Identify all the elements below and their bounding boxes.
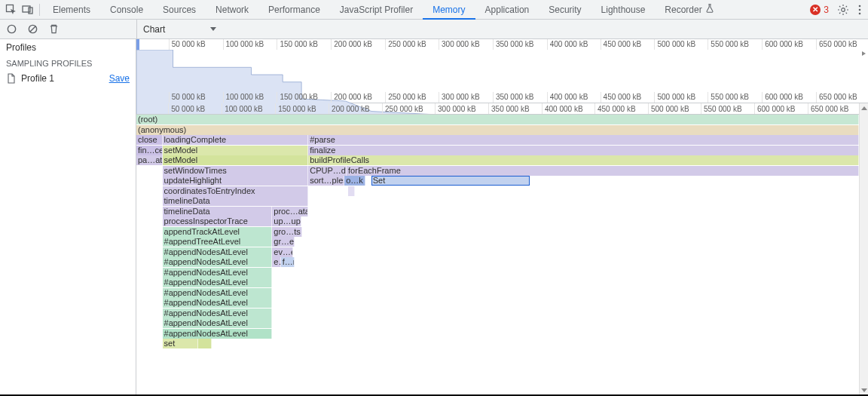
- flame-node[interactable]: f…r: [281, 257, 295, 267]
- tab-performance[interactable]: Performance: [258, 0, 330, 20]
- flame-node[interactable]: timelineData: [163, 196, 309, 206]
- flame-node[interactable]: pa…at: [136, 155, 163, 165]
- flame-node[interactable]: #appendNodesAtLevel: [163, 257, 273, 267]
- ruler-tick: 550 000 kB: [701, 103, 742, 114]
- flame-node[interactable]: #appendNodesAtLevel: [163, 278, 273, 287]
- ruler-tick: 200 000 kB: [331, 92, 372, 103]
- flame-node[interactable]: loadingComplete: [163, 135, 309, 145]
- flame-node[interactable]: sort…ples: [308, 176, 344, 186]
- ruler-tick: 50 000 kB: [169, 39, 206, 50]
- flame-row: set: [136, 339, 859, 348]
- flame-row: pa…atsetModelbuildProfileCalls: [136, 155, 859, 165]
- flame-node[interactable]: gr…ew: [272, 237, 295, 247]
- flame-node[interactable]: #appendNodesAtLevel: [163, 247, 273, 257]
- clear-icon[interactable]: [26, 23, 39, 36]
- flame-node[interactable]: o…k: [344, 176, 365, 186]
- flame-node[interactable]: setModel: [163, 146, 309, 155]
- flame-node[interactable]: close: [136, 135, 163, 145]
- flame-row: #appendNodesAtLevel: [136, 268, 859, 278]
- flame-node[interactable]: #appendNodesAtLevel: [163, 268, 273, 278]
- flame-node[interactable]: fin…ce: [136, 146, 163, 155]
- flame-node[interactable]: ev…ew: [272, 247, 293, 257]
- ruler-tick: 450 000 kB: [601, 92, 642, 103]
- sidebar-heading: Profiles: [0, 39, 136, 56]
- ruler-tick: 650 000 kB: [816, 92, 857, 103]
- flame-node[interactable]: setWindowTimes: [163, 166, 309, 176]
- flame-node[interactable]: [348, 186, 355, 196]
- vertical-scrollbar[interactable]: [859, 103, 868, 394]
- ruler-tick: 150 000 kB: [277, 92, 318, 103]
- flame-node[interactable]: #appendNodesAtLevel: [163, 298, 273, 308]
- scroll-down-icon[interactable]: [860, 385, 868, 394]
- delete-icon[interactable]: [47, 23, 60, 36]
- flame-node[interactable]: coordinatesToEntryIndex: [163, 186, 309, 196]
- tab-javascript-profiler[interactable]: JavaScript Profiler: [330, 0, 423, 20]
- ruler-tick: 50 000 kB: [169, 92, 206, 103]
- flame-node[interactable]: e…: [272, 257, 281, 267]
- flame-row: coordinatesToEntryIndex: [136, 186, 859, 196]
- flame-node[interactable]: #appendNodesAtLevel: [163, 309, 273, 318]
- ruler-tick: 350 000 kB: [488, 103, 530, 114]
- tab-console[interactable]: Console: [100, 0, 153, 20]
- record-icon[interactable]: [5, 23, 18, 36]
- overview-scroll-right[interactable]: [860, 50, 868, 57]
- flame-node[interactable]: #appendNodesAtLevel: [163, 288, 273, 298]
- flame-chart[interactable]: 50 000 kB100 000 kB150 000 kB200 000 kB2…: [136, 103, 859, 394]
- tab-sources[interactable]: Sources: [153, 0, 206, 20]
- flame-node[interactable]: #appendNodesAtLevel: [163, 329, 273, 339]
- overview-chart[interactable]: 50 000 kB100 000 kB150 000 kB200 000 kB2…: [136, 39, 868, 103]
- flame-node[interactable]: gro…ts: [272, 227, 301, 237]
- ruler-tick: 100 000 kB: [222, 103, 263, 114]
- tab-application[interactable]: Application: [475, 0, 539, 20]
- device-icon[interactable]: [20, 2, 36, 18]
- inspect-icon[interactable]: [3, 2, 20, 18]
- flame-row: #appendNodesAtLevel: [136, 309, 859, 318]
- tab-elements[interactable]: Elements: [43, 0, 100, 20]
- devtools-tabbar: ElementsConsoleSourcesNetworkPerformance…: [0, 0, 868, 20]
- save-link[interactable]: Save: [109, 73, 130, 84]
- flame-node[interactable]: updateHighlight: [163, 176, 309, 186]
- flame-node[interactable]: buildProfileCalls: [308, 155, 859, 165]
- flame-node[interactable]: proc…ata: [272, 207, 308, 216]
- tab-network[interactable]: Network: [206, 0, 258, 20]
- view-select[interactable]: Chart: [137, 22, 222, 37]
- scroll-up-icon[interactable]: [860, 103, 868, 112]
- flame-row: updateHighlightsort…pleso…kSet: [136, 176, 859, 186]
- ruler-tick: 250 000 kB: [385, 39, 426, 50]
- view-select-label: Chart: [143, 24, 165, 35]
- more-icon[interactable]: [851, 2, 868, 18]
- flame-node[interactable]: (root): [136, 115, 859, 124]
- flame-node[interactable]: timelineData: [163, 207, 273, 216]
- tab-security[interactable]: Security: [539, 0, 591, 20]
- flame-node[interactable]: CPUP…del: [308, 166, 347, 176]
- tab-memory[interactable]: Memory: [423, 0, 475, 20]
- tab-recorder[interactable]: Recorder: [655, 0, 723, 20]
- flame-row: setWindowTimesCPUP…delforEachFrame: [136, 166, 859, 176]
- flame-node[interactable]: #parse: [308, 135, 859, 145]
- profile-name: Profile 1: [21, 73, 54, 84]
- chevron-down-icon: [210, 27, 216, 31]
- flame-row: #appendNodesAtLevel: [136, 288, 859, 298]
- flame-node[interactable]: appendTrackAtLevel: [163, 227, 273, 237]
- flame-node[interactable]: setModel: [163, 155, 309, 165]
- flame-node[interactable]: up…up: [272, 216, 301, 226]
- flame-node[interactable]: Set: [371, 176, 530, 186]
- ruler-tick: 650 000 kB: [808, 103, 849, 114]
- ruler-tick: 600 000 kB: [762, 39, 803, 50]
- flame-row: #appendNodesAtLevelev…ew: [136, 247, 859, 257]
- flame-node[interactable]: (anonymous): [136, 125, 859, 135]
- overview-ruler-top: 50 000 kB100 000 kB150 000 kB200 000 kB2…: [136, 39, 868, 50]
- flame-node[interactable]: set: [163, 339, 199, 348]
- ruler-tick: 450 000 kB: [594, 103, 636, 114]
- gear-icon[interactable]: [835, 2, 851, 18]
- error-count-badge[interactable]: ✕ 3: [810, 5, 829, 15]
- flame-node[interactable]: #appendTreeAtLevel: [163, 237, 273, 247]
- flame-node[interactable]: forEachFrame: [347, 166, 859, 176]
- flame-node[interactable]: processInspectorTrace: [163, 216, 273, 226]
- flame-node[interactable]: [198, 339, 211, 348]
- profile-item[interactable]: Profile 1 Save: [0, 71, 136, 86]
- ruler-tick: 550 000 kB: [708, 92, 749, 103]
- flame-node[interactable]: #appendNodesAtLevel: [163, 318, 273, 328]
- tab-lighthouse[interactable]: Lighthouse: [591, 0, 656, 20]
- flame-node[interactable]: finalize: [308, 146, 859, 155]
